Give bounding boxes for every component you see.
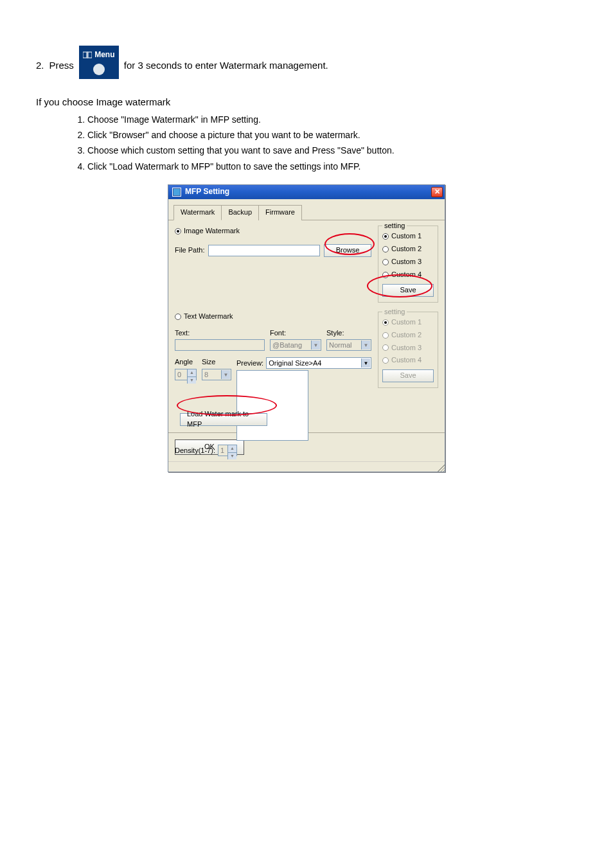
preview-label: Preview: [236,359,263,369]
app-icon [172,188,181,197]
browse-button[interactable]: Browse [324,244,371,257]
step-suffix: for 3 seconds to enter Watermark managem… [124,58,328,73]
image-watermark-radio[interactable]: Image Watermark [175,226,240,236]
radio-checked-icon [175,228,181,235]
radio-checked-icon [382,319,389,326]
option-label: Custom 3 [391,343,422,353]
setting-option-custom4[interactable]: Custom 4 [382,270,422,280]
titlebar[interactable]: MFP Setting ✕ [168,185,445,199]
preview-box [236,370,308,441]
angle-value: 0 [177,371,181,378]
density-label: Density(1-7): [175,446,215,456]
spinner-up-icon: ▲ [227,445,236,452]
style-label: Style: [326,328,371,339]
option-label: Custom 2 [391,244,422,254]
tab-watermark[interactable]: Watermark [173,205,222,220]
size-label: Size [202,357,231,368]
choose-image-watermark-line: If you choose Image watermark [36,95,577,109]
setting-option-custom2[interactable]: Custom 2 [382,244,422,254]
book-icon [83,51,92,59]
image-setting-group: setting Custom 1 Custom 2 Custom 3 Custo… [378,226,438,303]
tab-label: Watermark [181,208,215,216]
setting-legend: setting [382,307,407,317]
original-size-combo[interactable]: Original Size>A4▼ [266,357,371,369]
sub-step: Choose "Image Watermark" in MFP setting. [87,113,577,126]
step-2-line: 2. Press Menu for 3 seconds to enter Wat… [36,46,577,85]
tab-firmware[interactable]: Firmware [258,205,302,220]
setting2-option-custom1: Custom 1 [382,317,422,328]
density-value: 1 [220,447,224,454]
size-value: 8 [204,371,208,378]
radio-icon [382,344,389,351]
chevron-down-icon: ▼ [361,341,370,350]
style-combo[interactable]: Normal▼ [326,339,371,351]
watermark-panel: Image Watermark File Path: Browse settin… [168,220,445,432]
option-label: Custom 3 [391,257,422,267]
font-value: @Batang [272,341,302,349]
spinner-down-icon: ▼ [187,377,196,384]
radio-icon [382,259,389,265]
setting-option-custom3[interactable]: Custom 3 [382,257,422,267]
save-label: Save [400,285,416,296]
window-title: MFP Setting [185,186,229,197]
setting2-option-custom3: Custom 3 [382,343,422,353]
sub-step: Choose which custom setting that you wan… [87,144,577,157]
font-label: Font: [270,328,321,339]
sub-steps-list: Choose "Image Watermark" in MFP setting.… [87,113,577,173]
mfp-setting-window-wrap: MFP Setting ✕ Watermark Backup Firmware [168,184,445,472]
font-combo[interactable]: @Batang▼ [270,339,321,351]
option-label: Custom 4 [391,270,422,280]
size-combo[interactable]: 8▼ [202,369,231,380]
resize-grip-icon[interactable] [436,463,445,472]
image-save-button[interactable]: Save [382,284,434,297]
original-size-value: Original Size>A4 [269,359,321,367]
sub-step: Click "Browser" and choose a picture tha… [87,128,577,141]
step-word-press: Press [49,58,74,73]
step-number: 2. [36,58,44,73]
radio-icon [175,314,181,320]
file-path-input[interactable] [208,245,320,256]
setting-option-custom1[interactable]: Custom 1 [382,231,422,242]
text-field-label: Text: [175,328,265,339]
text-watermark-radio[interactable]: Text Watermark [175,312,233,322]
tab-strip: Watermark Backup Firmware [168,199,445,220]
browse-label: Browse [336,245,360,256]
option-label: Custom 4 [391,355,422,366]
setting-legend: setting [382,221,407,231]
radio-icon [382,246,389,252]
tab-backup[interactable]: Backup [221,205,259,220]
chevron-down-icon: ▼ [361,359,370,368]
save-label: Save [400,371,416,381]
tab-label: Firmware [265,208,295,216]
status-bar [168,461,445,472]
text-save-button: Save [382,369,434,382]
mfp-setting-window: MFP Setting ✕ Watermark Backup Firmware [168,184,445,472]
menu-label: Menu [94,49,114,60]
menu-button-graphic: Menu [79,46,119,79]
option-label: Custom 1 [391,231,422,242]
load-watermark-label: Load Water mark to MFP [187,409,260,430]
density-spinner[interactable]: 1▲▼ [218,445,237,456]
tab-label: Backup [228,208,252,216]
chevron-down-icon: ▼ [221,370,230,379]
load-watermark-button[interactable]: Load Water mark to MFP [180,413,267,426]
radio-checked-icon [382,233,389,240]
sub-step: Click "Load Watermark to MFP" button to … [87,160,577,173]
radio-icon [382,357,389,364]
spinner-down-icon: ▼ [227,453,236,459]
image-watermark-label: Image Watermark [184,226,240,236]
spinner-up-icon: ▲ [187,369,196,376]
style-value: Normal [329,341,351,349]
chevron-down-icon: ▼ [311,341,320,350]
angle-label: Angle [175,357,197,368]
file-path-label: File Path: [175,245,204,256]
radio-icon [382,332,389,339]
angle-spinner[interactable]: 0▲▼ [175,369,197,380]
close-button[interactable]: ✕ [431,187,443,197]
option-label: Custom 2 [391,330,422,341]
close-icon: ✕ [434,187,440,197]
svg-rect-0 [83,52,87,58]
text-watermark-label: Text Watermark [184,312,233,322]
text-input[interactable] [175,339,265,351]
svg-rect-1 [88,52,92,58]
